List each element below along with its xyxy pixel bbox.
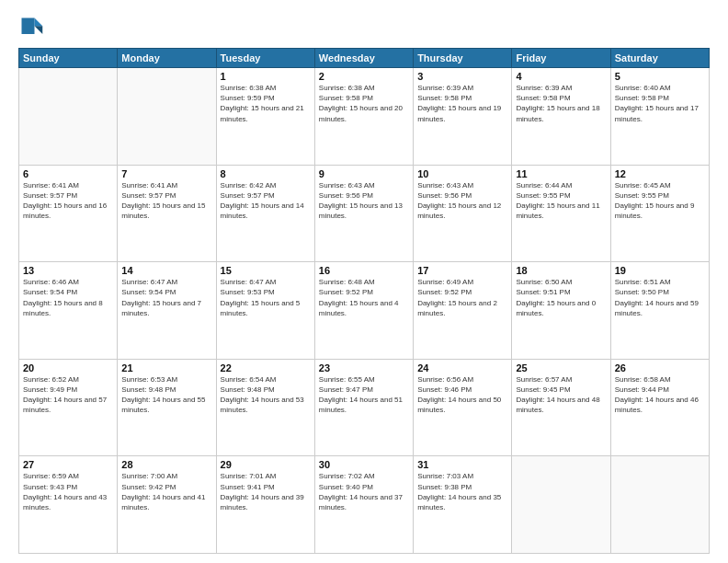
cell-detail: Sunset: 9:51 PM xyxy=(516,287,606,297)
cell-detail: Sunset: 9:58 PM xyxy=(516,93,606,103)
cell-detail: Sunset: 9:59 PM xyxy=(221,93,311,103)
cell-detail: Sunrise: 6:41 AM xyxy=(23,180,113,190)
day-cell: 17Sunrise: 6:49 AMSunset: 9:52 PMDayligh… xyxy=(414,262,512,360)
day-number: 14 xyxy=(121,265,211,276)
cell-detail: Daylight: 14 hours and 41 minutes. xyxy=(121,492,211,512)
day-number: 23 xyxy=(319,362,409,373)
cell-detail: Sunset: 9:57 PM xyxy=(23,190,113,201)
day-cell xyxy=(19,68,118,166)
day-cell: 18Sunrise: 6:50 AMSunset: 9:51 PMDayligh… xyxy=(512,262,610,360)
cell-detail: Daylight: 15 hours and 15 minutes. xyxy=(121,201,211,221)
day-number: 19 xyxy=(615,265,705,276)
cell-detail: Sunrise: 6:49 AM xyxy=(417,277,507,287)
cell-detail: Sunrise: 6:48 AM xyxy=(319,277,409,287)
cell-detail: Sunset: 9:54 PM xyxy=(121,287,211,297)
day-cell: 23Sunrise: 6:55 AMSunset: 9:47 PMDayligh… xyxy=(314,359,413,456)
day-number: 22 xyxy=(221,362,311,373)
day-number: 4 xyxy=(516,71,606,82)
day-number: 10 xyxy=(417,168,507,179)
cell-detail: Daylight: 14 hours and 43 minutes. xyxy=(23,492,113,512)
cell-detail: Sunset: 9:44 PM xyxy=(615,385,705,395)
weekday-header-thursday: Thursday xyxy=(414,49,512,68)
cell-detail: Sunrise: 6:55 AM xyxy=(319,374,409,385)
day-number: 27 xyxy=(23,459,113,470)
day-number: 18 xyxy=(516,265,606,276)
cell-detail: Daylight: 14 hours and 59 minutes. xyxy=(615,298,705,318)
cell-detail: Daylight: 15 hours and 8 minutes. xyxy=(23,298,113,318)
day-cell: 9Sunrise: 6:43 AMSunset: 9:56 PMDaylight… xyxy=(314,165,413,262)
cell-detail: Sunrise: 7:03 AM xyxy=(417,471,507,481)
cell-detail: Sunrise: 6:53 AM xyxy=(121,374,211,385)
day-cell: 21Sunrise: 6:53 AMSunset: 9:48 PMDayligh… xyxy=(118,359,216,456)
day-cell: 5Sunrise: 6:40 AMSunset: 9:58 PMDaylight… xyxy=(610,68,709,166)
cell-detail: Sunrise: 6:38 AM xyxy=(319,83,409,93)
cell-detail: Sunset: 9:38 PM xyxy=(417,482,507,492)
cell-detail: Sunset: 9:54 PM xyxy=(23,287,113,297)
cell-detail: Sunset: 9:42 PM xyxy=(121,482,211,492)
weekday-header-tuesday: Tuesday xyxy=(216,49,314,68)
day-number: 2 xyxy=(319,71,409,82)
cell-detail: Daylight: 15 hours and 13 minutes. xyxy=(319,201,409,221)
cell-detail: Daylight: 14 hours and 39 minutes. xyxy=(221,492,311,512)
day-cell: 30Sunrise: 7:02 AMSunset: 9:40 PMDayligh… xyxy=(314,456,413,554)
day-cell: 15Sunrise: 6:47 AMSunset: 9:53 PMDayligh… xyxy=(216,262,314,360)
cell-detail: Sunset: 9:58 PM xyxy=(417,93,507,103)
cell-detail: Sunrise: 7:02 AM xyxy=(319,471,409,481)
day-number: 21 xyxy=(121,362,211,373)
cell-detail: Sunrise: 6:39 AM xyxy=(516,83,606,93)
day-cell: 20Sunrise: 6:52 AMSunset: 9:49 PMDayligh… xyxy=(19,359,118,456)
day-cell: 7Sunrise: 6:41 AMSunset: 9:57 PMDaylight… xyxy=(118,165,216,262)
cell-detail: Daylight: 15 hours and 14 minutes. xyxy=(221,201,311,221)
cell-detail: Daylight: 15 hours and 11 minutes. xyxy=(516,201,606,221)
cell-detail: Sunset: 9:58 PM xyxy=(319,93,409,103)
day-number: 30 xyxy=(319,459,409,470)
cell-detail: Sunset: 9:43 PM xyxy=(23,482,113,492)
cell-detail: Sunset: 9:52 PM xyxy=(417,287,507,297)
cell-detail: Daylight: 15 hours and 2 minutes. xyxy=(417,298,507,318)
day-number: 13 xyxy=(23,265,113,276)
day-number: 15 xyxy=(221,265,311,276)
logo xyxy=(18,15,48,40)
cell-detail: Sunset: 9:55 PM xyxy=(516,190,606,201)
day-cell: 28Sunrise: 7:00 AMSunset: 9:42 PMDayligh… xyxy=(118,456,216,554)
cell-detail: Sunset: 9:49 PM xyxy=(23,385,113,395)
cell-detail: Sunrise: 6:41 AM xyxy=(121,180,211,190)
day-cell: 8Sunrise: 6:42 AMSunset: 9:57 PMDaylight… xyxy=(216,165,314,262)
day-cell: 3Sunrise: 6:39 AMSunset: 9:58 PMDaylight… xyxy=(414,68,512,166)
day-number: 6 xyxy=(23,168,113,179)
cell-detail: Sunset: 9:45 PM xyxy=(516,385,606,395)
cell-detail: Sunrise: 6:51 AM xyxy=(615,277,705,287)
cell-detail: Sunrise: 6:40 AM xyxy=(615,83,705,93)
cell-detail: Daylight: 15 hours and 7 minutes. xyxy=(121,298,211,318)
cell-detail: Daylight: 14 hours and 37 minutes. xyxy=(319,492,409,512)
cell-detail: Sunset: 9:48 PM xyxy=(221,385,311,395)
day-cell xyxy=(512,456,610,554)
cell-detail: Daylight: 15 hours and 16 minutes. xyxy=(23,201,113,221)
cell-detail: Sunset: 9:46 PM xyxy=(417,385,507,395)
cell-detail: Sunrise: 7:00 AM xyxy=(121,471,211,481)
cell-detail: Daylight: 14 hours and 35 minutes. xyxy=(417,492,507,512)
page: SundayMondayTuesdayWednesdayThursdayFrid… xyxy=(0,0,728,563)
day-number: 8 xyxy=(221,168,311,179)
cell-detail: Sunrise: 6:42 AM xyxy=(221,180,311,190)
day-cell: 31Sunrise: 7:03 AMSunset: 9:38 PMDayligh… xyxy=(414,456,512,554)
svg-marker-1 xyxy=(35,26,43,34)
cell-detail: Sunrise: 6:45 AM xyxy=(615,180,705,190)
svg-marker-0 xyxy=(35,18,43,27)
day-number: 31 xyxy=(417,459,507,470)
day-cell: 11Sunrise: 6:44 AMSunset: 9:55 PMDayligh… xyxy=(512,165,610,262)
day-cell: 12Sunrise: 6:45 AMSunset: 9:55 PMDayligh… xyxy=(610,165,709,262)
cell-detail: Sunset: 9:56 PM xyxy=(417,190,507,201)
cell-detail: Sunset: 9:48 PM xyxy=(121,385,211,395)
weekday-header-sunday: Sunday xyxy=(19,49,118,68)
cell-detail: Daylight: 15 hours and 5 minutes. xyxy=(221,298,311,318)
cell-detail: Sunset: 9:41 PM xyxy=(221,482,311,492)
cell-detail: Sunrise: 6:59 AM xyxy=(23,471,113,481)
cell-detail: Sunset: 9:47 PM xyxy=(319,385,409,395)
day-number: 28 xyxy=(121,459,211,470)
day-cell: 14Sunrise: 6:47 AMSunset: 9:54 PMDayligh… xyxy=(118,262,216,360)
day-cell: 19Sunrise: 6:51 AMSunset: 9:50 PMDayligh… xyxy=(610,262,709,360)
cell-detail: Sunset: 9:50 PM xyxy=(615,287,705,297)
cell-detail: Sunset: 9:53 PM xyxy=(221,287,311,297)
svg-rect-2 xyxy=(22,18,35,35)
